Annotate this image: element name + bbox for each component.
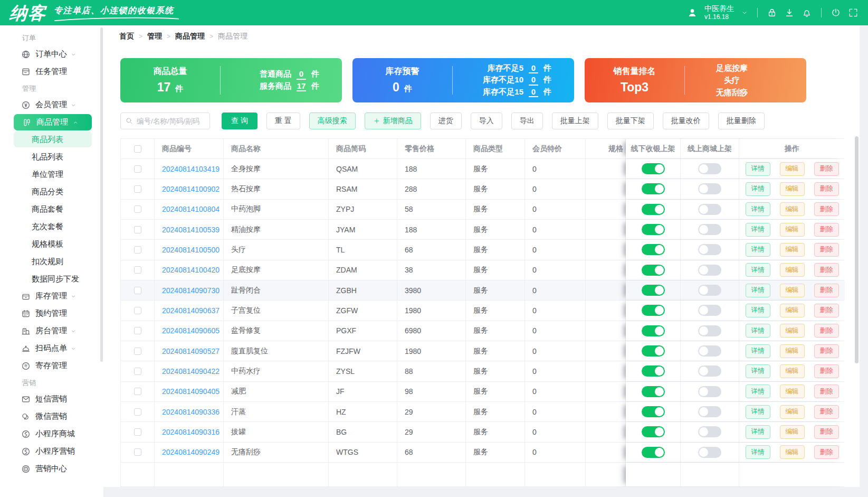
detail-button[interactable]: 详情 [746,344,770,358]
detail-button[interactable]: 详情 [746,284,770,297]
reset-button[interactable]: 重 置 [266,112,300,129]
detail-button[interactable]: 详情 [746,202,770,216]
row-checkbox[interactable] [134,205,141,213]
sidebar-subitem-recharge-package[interactable]: 充次套餐 [0,218,103,235]
edit-button[interactable]: 编辑 [780,324,805,337]
product-id-link[interactable]: 20240814090527 [155,341,224,361]
online-mall-toggle[interactable] [698,163,721,174]
detail-button[interactable]: 详情 [746,223,770,237]
edit-button[interactable]: 编辑 [780,284,805,297]
detail-button[interactable]: 详情 [746,304,770,317]
row-checkbox[interactable] [134,307,141,314]
edit-button[interactable]: 编辑 [780,364,805,378]
online-mall-toggle[interactable] [698,204,721,215]
advanced-search-button[interactable]: 高级搜索 [309,112,356,129]
batch-on-shelf-button[interactable]: 批量上架 [552,112,598,129]
online-mall-toggle[interactable] [698,265,721,276]
row-checkbox[interactable] [134,145,141,153]
row-checkbox[interactable] [134,348,141,355]
offline-pos-toggle[interactable] [642,386,665,397]
delete-button[interactable]: 删除 [814,324,839,337]
search-input[interactable] [120,112,210,129]
sidebar-subitem-product-package[interactable]: 商品套餐 [0,200,103,218]
download-icon[interactable] [784,7,795,18]
offline-pos-toggle[interactable] [642,265,665,276]
batch-delete-button[interactable]: 批量删除 [718,112,765,129]
delete-button[interactable]: 删除 [814,385,839,398]
delete-button[interactable]: 删除 [814,182,839,196]
online-mall-toggle[interactable] [698,406,721,417]
offline-pos-toggle[interactable] [642,305,665,316]
edit-button[interactable]: 编辑 [780,405,805,419]
sidebar-item-wechat-marketing[interactable]: 微信营销 [0,408,103,425]
sidebar-item-member-management[interactable]: 会员管理 [0,96,103,114]
offline-pos-toggle[interactable] [642,204,665,215]
row-checkbox[interactable] [134,327,141,334]
row-checkbox[interactable] [134,185,141,193]
product-id-link[interactable]: 20240814090422 [155,361,224,381]
delete-button[interactable]: 删除 [814,243,839,257]
sidebar-item-task-management[interactable]: 任务管理 [0,63,103,80]
product-id-link[interactable]: 20240814100500 [155,240,224,259]
sidebar-item-miniapp-mall[interactable]: 小程序商城 [0,425,103,443]
online-mall-toggle[interactable] [698,386,721,397]
edit-button[interactable]: 编辑 [780,223,805,237]
delete-button[interactable]: 删除 [814,284,839,297]
bell-icon[interactable] [802,7,812,18]
purchase-button[interactable]: 进货 [430,112,462,129]
online-mall-toggle[interactable] [698,224,721,235]
product-id-link[interactable]: 20240814090605 [155,321,224,341]
edit-button[interactable]: 编辑 [780,425,805,439]
detail-button[interactable]: 详情 [746,182,770,196]
product-id-link[interactable]: 20240814090405 [155,382,224,401]
row-checkbox[interactable] [134,428,141,436]
row-checkbox[interactable] [134,246,141,254]
row-checkbox[interactable] [134,165,141,173]
edit-button[interactable]: 编辑 [780,445,805,459]
sidebar-item-order-center[interactable]: 订单中心 [0,45,103,63]
import-button[interactable]: 导入 [471,112,502,129]
breadcrumb-item[interactable]: 首页 [119,32,134,41]
sidebar-subitem-unit-management[interactable]: 单位管理 [0,165,103,183]
product-id-link[interactable]: 20240814100420 [155,260,224,280]
sidebar-subitem-data-sync[interactable]: 数据同步下发 [0,270,103,287]
detail-button[interactable]: 详情 [746,263,770,277]
sidebar-item-room-management[interactable]: 房台管理 [0,322,103,340]
breadcrumb-item[interactable]: 管理 [147,32,162,41]
edit-button[interactable]: 编辑 [780,182,805,196]
sidebar-item-inventory-management[interactable]: 库存管理 [0,287,103,305]
row-checkbox[interactable] [134,408,141,416]
row-checkbox[interactable] [134,448,141,456]
row-checkbox[interactable] [134,266,141,274]
sidebar-item-sms-marketing[interactable]: 短信营销 [0,390,103,408]
power-icon[interactable] [831,7,841,18]
offline-pos-toggle[interactable] [642,345,665,357]
edit-button[interactable]: 编辑 [780,304,805,317]
horizontal-scrollbar[interactable] [103,487,860,497]
offline-pos-toggle[interactable] [642,325,665,336]
edit-button[interactable]: 编辑 [780,243,805,257]
sidebar-subitem-deduction-rule[interactable]: 扣次规则 [0,252,103,270]
delete-button[interactable]: 删除 [814,263,839,277]
online-mall-toggle[interactable] [698,345,721,357]
breadcrumb-item[interactable]: 商品管理 [175,32,205,41]
online-mall-toggle[interactable] [698,244,721,255]
detail-button[interactable]: 详情 [746,364,770,378]
store-switcher[interactable]: 中医养生 v1.16.18 [704,4,734,22]
product-id-link[interactable]: 20240814103419 [155,159,224,179]
delete-button[interactable]: 删除 [814,223,839,237]
add-product-button[interactable]: 新增商品 [365,112,421,129]
edit-button[interactable]: 编辑 [780,344,805,358]
online-mall-toggle[interactable] [698,325,721,336]
lock-icon[interactable] [767,7,777,18]
row-checkbox[interactable] [134,226,141,233]
vertical-scrollbar-track[interactable] [860,25,868,497]
delete-button[interactable]: 删除 [814,405,839,419]
sidebar-subitem-spec-template[interactable]: 规格模板 [0,235,103,252]
delete-button[interactable]: 删除 [814,445,839,459]
product-id-link[interactable]: 20240814090249 [155,443,224,462]
detail-button[interactable]: 详情 [746,324,770,337]
query-button[interactable]: 查 询 [222,112,257,129]
product-id-link[interactable]: 20240814090336 [155,402,224,421]
delete-button[interactable]: 删除 [814,202,839,216]
